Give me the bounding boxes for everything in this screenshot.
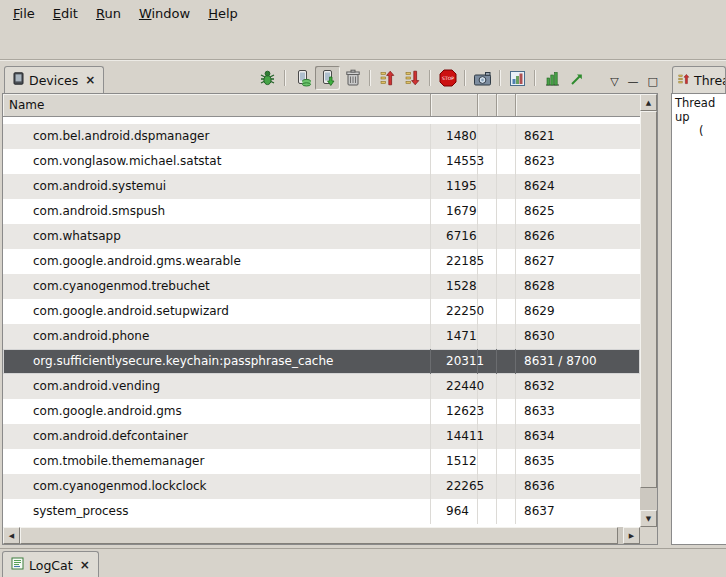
stop-process-icon[interactable]: STOP xyxy=(435,66,460,90)
table-row[interactable]: com.android.vending224408632 xyxy=(3,374,640,399)
menu-window[interactable]: Window xyxy=(130,1,199,26)
table-row[interactable]: com.tmobile.thememanager15128635 xyxy=(3,449,640,474)
logcat-view-bar: LogCat × xyxy=(0,548,726,577)
close-icon[interactable]: × xyxy=(85,73,95,87)
view-menu-icon[interactable]: ▽ xyxy=(610,76,618,87)
system-info-icon[interactable] xyxy=(505,66,530,90)
devices-toolbar: STOP xyxy=(255,66,590,90)
cell-blank xyxy=(478,299,497,324)
cell-blank xyxy=(478,499,497,524)
toolbar-separator xyxy=(499,70,501,86)
cell-pid: 1679 xyxy=(431,199,478,224)
debug-process-icon[interactable] xyxy=(255,66,280,90)
cell-blank xyxy=(478,349,497,374)
maximize-icon[interactable]: □ xyxy=(648,76,658,87)
cell-name: com.android.defcontainer xyxy=(3,424,431,449)
threads-message-line2: ( xyxy=(675,124,726,138)
scrollbar-horizontal-thumb[interactable] xyxy=(20,527,618,544)
close-icon[interactable]: × xyxy=(80,558,90,572)
column-header-blank2[interactable] xyxy=(497,94,516,116)
cell-blank xyxy=(478,324,497,349)
scroll-up-icon[interactable]: ▲ xyxy=(640,94,657,111)
threads-message-line1: Thread up xyxy=(675,96,726,124)
threads-tabbar: Threa xyxy=(671,62,726,93)
column-header-pid[interactable] xyxy=(431,94,478,116)
scrollbar-vertical[interactable]: ▲ ▼ xyxy=(640,94,657,527)
dump-hprof-icon[interactable] xyxy=(315,66,340,90)
table-body: com.bel.android.dspmanager14808621 com.v… xyxy=(3,117,640,527)
cell-blank xyxy=(478,374,497,399)
menu-bar: File Edit Run Window Help xyxy=(0,0,726,27)
table-row[interactable]: com.vonglasow.michael.satstat145538623 xyxy=(3,149,640,174)
cell-port: 8637 xyxy=(516,499,640,524)
table-row[interactable]: com.cyanogenmod.lockclock222658636 xyxy=(3,474,640,499)
cell-name: com.cyanogenmod.trebuchet xyxy=(3,274,431,299)
scroll-down-icon[interactable]: ▼ xyxy=(640,510,657,527)
table-row[interactable]: com.android.phone14718630 xyxy=(3,324,640,349)
cell-pid: 964 xyxy=(431,499,478,524)
svg-text:STOP: STOP xyxy=(442,76,454,81)
table-row[interactable]: system_process9648637 xyxy=(3,499,640,524)
column-header-name[interactable]: Name xyxy=(3,94,431,116)
table-row[interactable]: com.bel.android.dspmanager14808621 xyxy=(3,124,640,149)
tab-threads[interactable]: Threa xyxy=(672,66,726,93)
tab-logcat-label: LogCat xyxy=(29,558,73,573)
table-row[interactable]: com.google.android.gms.wearable221858627 xyxy=(3,249,640,274)
scrollbar-horizontal[interactable]: ◀ ▶ xyxy=(3,527,640,544)
cell-name: com.bel.android.dspmanager xyxy=(3,124,431,149)
cell-blank xyxy=(497,249,516,274)
cell-pid: 22440 xyxy=(431,374,478,399)
column-header-blank1[interactable] xyxy=(478,94,497,116)
table-row[interactable]: com.cyanogenmod.trebuchet15288628 xyxy=(3,274,640,299)
cell-name: com.google.android.gms.wearable xyxy=(3,249,431,274)
table-row[interactable]: com.android.smspush16798625 xyxy=(3,199,640,224)
cell-name: com.android.vending xyxy=(3,374,431,399)
table-row[interactable]: com.google.android.setupwizard222508629 xyxy=(3,299,640,324)
method-profiling-icon[interactable] xyxy=(400,66,425,90)
cell-name: com.tmobile.thememanager xyxy=(3,449,431,474)
scroll-left-icon[interactable]: ◀ xyxy=(3,527,20,544)
cell-blank xyxy=(497,274,516,299)
toolbar-separator xyxy=(464,70,466,86)
cell-port: 8628 xyxy=(516,274,640,299)
table-row-selected[interactable]: org.sufficientlysecure.keychain:passphra… xyxy=(3,349,640,374)
cell-blank xyxy=(497,324,516,349)
table-header: Name xyxy=(3,94,640,117)
start-tracing-icon[interactable] xyxy=(565,66,590,90)
cell-port: 8634 xyxy=(516,424,640,449)
menu-help[interactable]: Help xyxy=(199,1,247,26)
update-threads-icon[interactable] xyxy=(375,66,400,90)
main-toolbar xyxy=(0,27,726,60)
menu-run[interactable]: Run xyxy=(87,1,130,26)
cell-port: 8635 xyxy=(516,449,640,474)
column-header-port[interactable] xyxy=(516,94,640,116)
update-heap-icon[interactable] xyxy=(290,66,315,90)
cell-port: 8629 xyxy=(516,299,640,324)
cause-gc-icon[interactable] xyxy=(340,66,365,90)
menu-file[interactable]: File xyxy=(4,1,44,26)
toolbar-separator xyxy=(534,70,536,86)
table-row[interactable]: com.android.defcontainer144118634 xyxy=(3,424,640,449)
scrollbar-vertical-thumb[interactable] xyxy=(640,111,657,488)
scroll-right-icon[interactable]: ▶ xyxy=(623,527,640,544)
cell-pid: 1471 xyxy=(431,324,478,349)
tab-logcat[interactable]: LogCat × xyxy=(2,551,99,577)
threads-view: Threa Thread up ( xyxy=(671,62,726,545)
cell-pid: 12623 xyxy=(431,399,478,424)
cell-pid: 1480 xyxy=(431,124,478,149)
threads-icon xyxy=(678,73,690,88)
table-row[interactable]: com.android.systemui11958624 xyxy=(3,174,640,199)
cell-port: 8633 xyxy=(516,399,640,424)
minimize-icon[interactable]: — xyxy=(628,76,639,87)
cell-blank xyxy=(497,449,516,474)
cell-port: 8627 xyxy=(516,249,640,274)
menu-edit[interactable]: Edit xyxy=(44,1,87,26)
table-row[interactable]: com.google.android.gms126238633 xyxy=(3,399,640,424)
threads-message: Thread up ( xyxy=(671,93,726,545)
cell-pid: 14411 xyxy=(431,424,478,449)
table-row[interactable]: com.whatsapp67168626 xyxy=(3,224,640,249)
screen-capture-icon[interactable] xyxy=(470,66,495,90)
cell-pid: 14553 xyxy=(431,149,478,174)
tab-devices[interactable]: Devices × xyxy=(4,66,104,93)
network-stats-icon[interactable] xyxy=(540,66,565,90)
